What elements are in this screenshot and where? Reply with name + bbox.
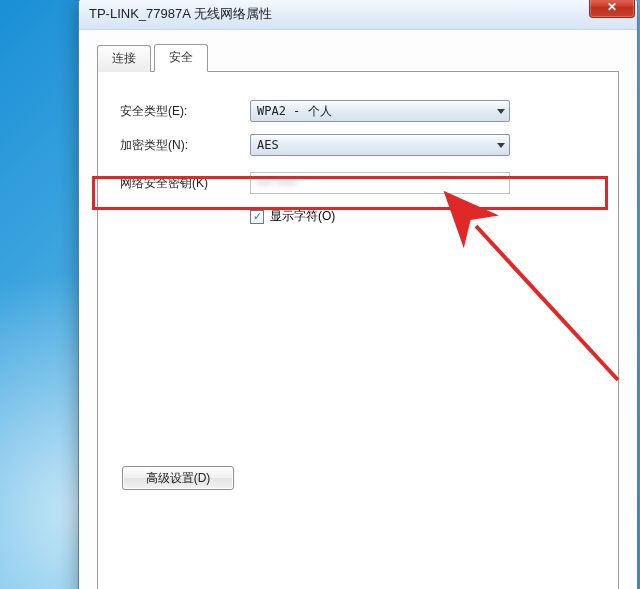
tab-security-label: 安全: [169, 50, 193, 64]
cipher-type-value: AES: [257, 138, 279, 152]
network-key-row: 网络安全密钥(K) ••• ••••: [120, 172, 596, 194]
network-key-input[interactable]: ••• ••••: [250, 172, 510, 194]
tab-connection[interactable]: 连接: [97, 45, 151, 72]
close-button[interactable]: ✕: [589, 0, 635, 18]
show-characters-row: ✓ 显示字符(O): [250, 208, 596, 225]
dialog-content: 连接 安全 安全类型(E): WPA2 - 个人 加密类型(N): AES: [79, 30, 637, 589]
wireless-properties-dialog: TP-LINK_77987A 无线网络属性 ✕ 连接 安全 安全类型(E): W…: [78, 0, 638, 589]
advanced-settings-label: 高级设置(D): [146, 470, 211, 487]
security-type-value: WPA2 - 个人: [257, 103, 332, 120]
cipher-type-row: 加密类型(N): AES: [120, 134, 596, 156]
tab-security[interactable]: 安全: [154, 44, 208, 72]
network-key-label: 网络安全密钥(K): [120, 175, 250, 192]
network-key-value: ••• ••••: [257, 176, 298, 190]
check-icon: ✓: [253, 211, 262, 222]
show-characters-checkbox[interactable]: ✓: [250, 210, 264, 224]
chevron-down-icon: [497, 109, 505, 114]
window-title: TP-LINK_77987A 无线网络属性: [89, 5, 272, 23]
tab-panel-security: 安全类型(E): WPA2 - 个人 加密类型(N): AES 网络安全密钥(K…: [97, 71, 619, 589]
security-type-combo[interactable]: WPA2 - 个人: [250, 100, 510, 122]
titlebar[interactable]: TP-LINK_77987A 无线网络属性 ✕: [79, 0, 637, 30]
cipher-type-combo[interactable]: AES: [250, 134, 510, 156]
show-characters-label: 显示字符(O): [270, 208, 335, 225]
tabstrip: 连接 安全: [97, 44, 619, 71]
advanced-settings-button[interactable]: 高级设置(D): [122, 466, 234, 490]
cipher-type-label: 加密类型(N):: [120, 137, 250, 154]
chevron-down-icon: [497, 143, 505, 148]
tab-connection-label: 连接: [112, 51, 136, 65]
close-icon: ✕: [607, 0, 617, 14]
security-type-row: 安全类型(E): WPA2 - 个人: [120, 100, 596, 122]
security-type-label: 安全类型(E):: [120, 103, 250, 120]
